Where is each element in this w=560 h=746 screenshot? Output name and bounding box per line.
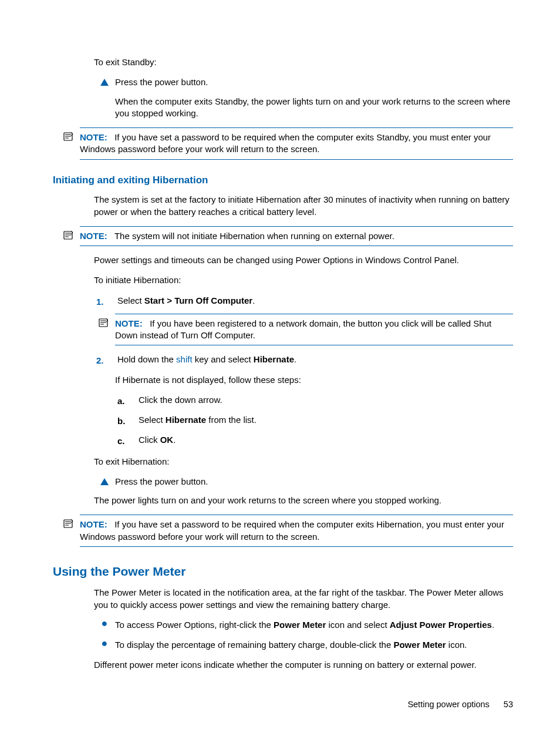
step-number: 1. bbox=[94, 295, 117, 308]
step-text: Select Start > Turn Off Computer. bbox=[117, 295, 513, 307]
heading-hibernation: Initiating and exiting Hibernation bbox=[53, 174, 513, 187]
note-text: If you have set a password to be require… bbox=[80, 519, 504, 541]
heading-power-meter: Using the Power Meter bbox=[53, 563, 513, 580]
paragraph: The power lights turn on and your work r… bbox=[94, 495, 513, 506]
substep-text: Click the down arrow. bbox=[139, 394, 513, 406]
note-icon bbox=[63, 132, 74, 145]
triangle-icon bbox=[94, 476, 115, 485]
paragraph: The system is set at the factory to init… bbox=[94, 194, 513, 218]
note-icon bbox=[63, 230, 74, 244]
shift-key-link: shift bbox=[176, 354, 193, 364]
substep-text: Click OK. bbox=[139, 434, 513, 446]
substep-marker: b. bbox=[115, 414, 139, 427]
bullet-item: ● To display the percentage of remaining… bbox=[94, 639, 513, 651]
note-text: If you have been registered to a network… bbox=[115, 318, 491, 340]
footer-page-number: 53 bbox=[504, 700, 513, 709]
bullet-text: To access Power Options, right-click the… bbox=[115, 619, 513, 631]
paragraph: To initiate Hibernation: bbox=[94, 274, 513, 286]
step-item: Press the power button. bbox=[94, 476, 513, 488]
paragraph: To exit Standby: bbox=[94, 56, 513, 68]
bullet-text: To display the percentage of remaining b… bbox=[115, 639, 513, 651]
step-text: Hold down the shift key and select Hiber… bbox=[117, 354, 513, 365]
footer-section: Setting power options bbox=[407, 700, 489, 709]
paragraph: Different power meter icons indicate whe… bbox=[94, 659, 513, 671]
note-label: NOTE: bbox=[80, 231, 107, 241]
document-page: To exit Standby: Press the power button.… bbox=[0, 0, 560, 746]
substep-b: b. Select Hibernate from the list. bbox=[115, 414, 513, 427]
substep-c: c. Click OK. bbox=[115, 434, 513, 447]
note-block: NOTE: If you have set a password to be r… bbox=[80, 127, 513, 160]
paragraph: To exit Hibernation: bbox=[94, 456, 513, 468]
note-icon bbox=[63, 519, 74, 532]
step-text: Press the power button. bbox=[115, 476, 513, 488]
step-1: 1. Select Start > Turn Off Computer. bbox=[94, 295, 513, 308]
note-label: NOTE: bbox=[115, 318, 143, 328]
paragraph: The Power Meter is located in the notifi… bbox=[94, 587, 513, 611]
triangle-icon bbox=[94, 76, 115, 86]
paragraph: Power settings and timeouts can be chang… bbox=[94, 254, 513, 266]
note-icon bbox=[99, 318, 109, 331]
bullet-item: ● To access Power Options, right-click t… bbox=[94, 619, 513, 631]
substep-marker: a. bbox=[115, 394, 139, 407]
paragraph: If Hibernate is not displayed, follow th… bbox=[115, 374, 513, 386]
page-footer: Setting power options 53 bbox=[407, 699, 513, 711]
substep-a: a. Click the down arrow. bbox=[115, 394, 513, 407]
bullet-icon: ● bbox=[94, 639, 115, 647]
paragraph: When the computer exits Standby, the pow… bbox=[115, 96, 513, 120]
step-item: Press the power button. bbox=[94, 76, 513, 88]
note-block: NOTE: If you have been registered to a n… bbox=[115, 314, 513, 346]
bullet-icon: ● bbox=[94, 619, 115, 627]
note-text: The system will not initiate Hibernation… bbox=[114, 231, 394, 241]
substep-marker: c. bbox=[115, 434, 139, 447]
substep-text: Select Hibernate from the list. bbox=[139, 414, 513, 426]
note-label: NOTE: bbox=[80, 132, 107, 142]
note-block: NOTE: The system will not initiate Hiber… bbox=[80, 226, 513, 246]
note-block: NOTE: If you have set a password to be r… bbox=[80, 515, 513, 547]
note-label: NOTE: bbox=[80, 519, 107, 529]
step-number: 2. bbox=[94, 354, 117, 367]
note-text: If you have set a password to be require… bbox=[80, 132, 491, 154]
step-text: Press the power button. bbox=[115, 76, 513, 88]
step-2: 2. Hold down the shift key and select Hi… bbox=[94, 354, 513, 367]
note-text bbox=[110, 132, 114, 142]
